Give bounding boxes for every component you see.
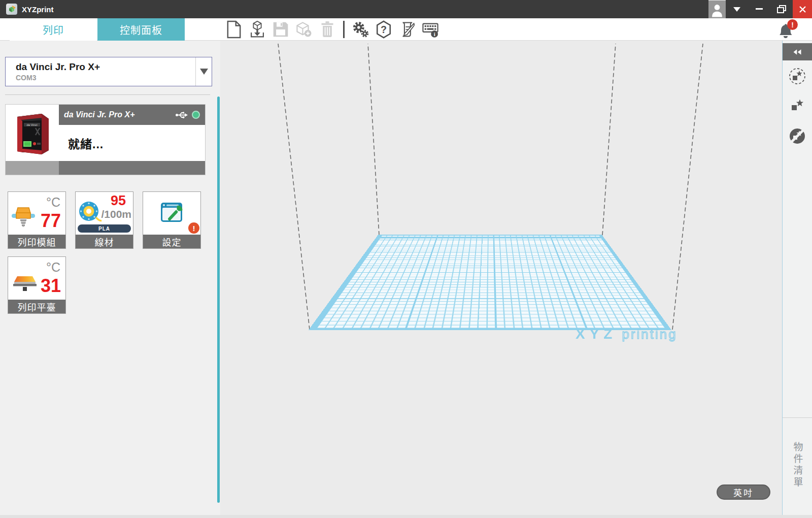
selected-printer-port: COM3 [16, 74, 195, 82]
printer-selector-texts: da Vinci Jr. Pro X+ COM3 [6, 57, 195, 86]
svg-text:da Vinci: da Vinci [26, 123, 37, 126]
select-object-button[interactable] [788, 98, 806, 116]
selected-printer-name: da Vinci Jr. Pro X+ [16, 61, 195, 73]
release-notes-button[interactable] [398, 20, 416, 39]
account-avatar[interactable] [708, 0, 726, 18]
user-icon [710, 2, 724, 17]
trash-icon [320, 20, 335, 39]
collapse-panel-button[interactable] [783, 43, 812, 60]
deselect-all-icon [788, 127, 806, 145]
main-content: da Vinci Jr. Pro X+ COM3 [0, 41, 812, 515]
filament-tile[interactable]: 95 /100m PLA 線材 [75, 191, 133, 249]
new-file-button[interactable] [225, 20, 243, 39]
printer-card-header: da Vinci Jr. Pro X+ [59, 105, 205, 125]
restore-icon [777, 5, 786, 13]
tabs-toolbar-row: 列印 控制面板 [0, 18, 812, 41]
select-all-button[interactable] [788, 67, 806, 87]
select-all-icon [788, 67, 806, 85]
import-icon [249, 20, 266, 39]
notification-badge: ! [787, 19, 798, 30]
printer-selector-arrow[interactable] [195, 57, 212, 86]
title-bar: XYZprint [0, 0, 812, 18]
bed-tile[interactable]: °C 31 列印平臺 [8, 256, 66, 314]
panel-scrollbar[interactable] [217, 96, 220, 503]
main-toolbar: ? i [225, 18, 439, 41]
extruder-tile-label: 列印模組 [8, 235, 65, 248]
nozzle-icon [11, 205, 36, 232]
app-logo-icon [6, 4, 17, 15]
settings-tile-label: 設定 [143, 235, 200, 248]
print-bed-icon [11, 273, 38, 295]
bed-tile-label: 列印平臺 [8, 300, 65, 313]
printer-settings-icon [159, 201, 185, 226]
printer-card-body: 就緒... [59, 125, 205, 161]
printer-card-footer-right [59, 161, 205, 175]
help-icon: ? [375, 20, 392, 39]
bed-temp-unit: °C [46, 260, 60, 275]
object-list-tab[interactable]: 物件清單 [791, 442, 804, 489]
filament-tile-label: 線材 [76, 235, 133, 248]
help-button[interactable]: ? [375, 20, 392, 39]
settings-button[interactable] [352, 20, 369, 39]
printer-photo: da Vinci [6, 105, 59, 161]
minimize-icon [756, 8, 763, 10]
extruder-temp-unit: °C [46, 195, 60, 210]
unit-toggle-button[interactable]: 英吋 [717, 484, 770, 500]
app-title: XYZprint [22, 5, 708, 14]
printer-selector[interactable]: da Vinci Jr. Pro X+ COM3 [5, 57, 212, 86]
filament-capacity: /100m [101, 208, 131, 220]
bed-temp-value: 31 [41, 275, 61, 297]
panel-divider [5, 94, 210, 95]
svg-text:i: i [434, 31, 435, 37]
notifications-button[interactable]: ! [776, 19, 798, 41]
dropdown-arrow-icon [199, 68, 209, 75]
right-sidebar: 物件清單 [782, 41, 812, 515]
save-button[interactable] [272, 20, 289, 39]
printer-card-footer-left [6, 161, 59, 175]
new-file-icon [226, 20, 242, 39]
window-frame-bottom [0, 515, 812, 518]
chevron-down-icon [733, 7, 740, 12]
settings-alert-badge: ! [188, 222, 199, 234]
extruder-temp-value: 77 [41, 210, 61, 232]
account-dropdown-caret[interactable] [726, 0, 748, 18]
printer-info-button[interactable]: i [422, 20, 439, 39]
selection-tools [783, 67, 812, 147]
svg-text:?: ? [381, 24, 387, 35]
printer-status-text: 就緒... [68, 135, 104, 152]
usb-icon [176, 111, 188, 119]
gear-icon [352, 20, 369, 39]
keyboard-info-icon: i [422, 20, 439, 39]
deselect-all-button[interactable] [788, 127, 806, 147]
settings-tile[interactable]: ! 設定 [143, 191, 201, 249]
tab-control-panel[interactable]: 控制面板 [97, 18, 185, 41]
viewport-3d[interactable]: XYZ printing 英吋 [220, 41, 782, 515]
watermark: XYZ printing [576, 326, 678, 342]
export-icon [295, 20, 313, 39]
sidebar-divider [783, 417, 812, 418]
collapse-left-icon [793, 48, 802, 56]
toolbar-divider [343, 21, 345, 38]
printer-status-led [192, 111, 200, 119]
close-button[interactable] [793, 0, 812, 18]
export-button[interactable] [295, 20, 313, 39]
watermark-printing: printing [622, 327, 677, 342]
tab-print[interactable]: 列印 [10, 18, 97, 41]
app-window: XYZprint 列印 控制面板 [0, 0, 812, 518]
save-icon [272, 21, 289, 38]
printer-panel: da Vinci Jr. Pro X+ COM3 [0, 41, 220, 515]
notes-pen-icon [398, 20, 416, 39]
close-icon [799, 6, 806, 13]
restore-button[interactable] [770, 0, 793, 18]
minimize-button[interactable] [748, 0, 770, 18]
delete-button[interactable] [319, 20, 336, 39]
filament-spool-icon [78, 200, 102, 224]
watermark-xyz: XYZ [576, 326, 617, 342]
import-button[interactable] [249, 20, 266, 39]
filament-material-badge: PLA [78, 224, 131, 233]
extruder-tile[interactable]: °C 77 列印模組 [8, 191, 66, 249]
printer-card-name: da Vinci Jr. Pro X+ [64, 110, 172, 119]
filament-remaining-value: 95 [111, 193, 126, 209]
select-object-icon [788, 98, 806, 114]
printer-status-card[interactable]: da Vinci da Vinci Jr. Pro X+ [5, 104, 206, 175]
